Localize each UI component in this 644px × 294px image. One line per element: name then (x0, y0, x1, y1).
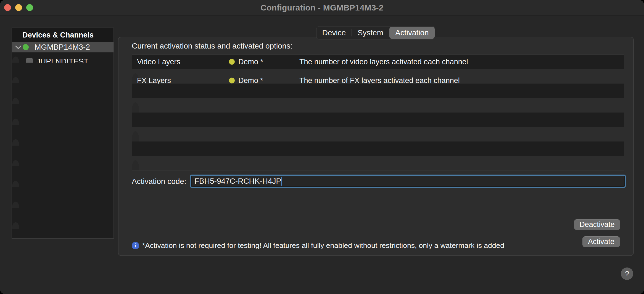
srow-empty-row (12, 125, 114, 135)
deactivate-button-label: Deactivate (579, 220, 615, 229)
option-status: Demo * (238, 58, 263, 66)
chevron-down-icon[interactable] (15, 45, 22, 49)
table-empty-rows (132, 84, 624, 170)
configuration-window: Configuration - MGMBP14M3-2 Devices & Ch… (0, 0, 644, 294)
sidebar-empty-rows (12, 63, 114, 239)
trow-empty-row (132, 84, 624, 98)
activation-code-label: Activation code: (132, 175, 186, 188)
srow-empty-row (12, 166, 114, 177)
srow-empty-row (12, 63, 114, 73)
text-cursor (281, 177, 282, 186)
option-name: Video Layers (137, 58, 180, 66)
trow-empty-row (132, 113, 624, 127)
tab-bar: Device System Activation (316, 26, 435, 39)
activated-options-table: Video Layers Demo * The number of video … (132, 54, 624, 171)
srow-empty-row (12, 83, 114, 94)
activation-code-value: FBH5-947C-RCHK-H4JP (194, 177, 281, 186)
activate-button[interactable]: Activate (582, 236, 620, 247)
activation-code-input[interactable]: FBH5-947C-RCHK-H4JP (190, 175, 626, 188)
option-description: The number of video layers activated eac… (299, 58, 468, 66)
tab-device-label: Device (322, 28, 346, 37)
deactivate-button[interactable]: Deactivate (574, 219, 620, 230)
status-heading: Current activation status and activated … (132, 42, 292, 50)
tab-system[interactable]: System (352, 26, 389, 39)
device-online-status-icon (23, 44, 29, 50)
tab-activation[interactable]: Activation (389, 27, 435, 39)
activation-tab-panel: Current activation status and activated … (118, 37, 634, 256)
srow-empty-row (12, 104, 114, 115)
window-title: Configuration - MGMBP14M3-2 (0, 0, 644, 15)
activation-footnote: i *Activation is not required for testin… (132, 241, 504, 250)
footnote-text: *Activation is not required for testing!… (142, 241, 504, 250)
srow-empty-row (12, 229, 114, 239)
sidebar-header: Devices & Channels (12, 28, 114, 42)
table-row[interactable]: Video Layers Demo * The number of video … (132, 55, 624, 69)
srow-empty-row (12, 187, 114, 197)
tree-row-device[interactable]: MGMBP14M3-2 (12, 42, 114, 52)
demo-status-icon (229, 59, 235, 65)
activation-code-row: Activation code: FBH5-947C-RCHK-H4JP (118, 175, 633, 188)
tab-activation-label: Activation (395, 28, 429, 37)
srow-empty-row (12, 208, 114, 218)
trow-empty-row (132, 141, 624, 156)
trow-empty-row (132, 160, 139, 171)
info-icon: i (132, 242, 139, 249)
help-button[interactable]: ? (621, 268, 633, 280)
device-name-label: MGMBP14M3-2 (35, 43, 90, 52)
demo-status-icon (229, 77, 235, 83)
tab-device[interactable]: Device (316, 26, 352, 39)
tab-system-label: System (358, 28, 383, 37)
title-bar: Configuration - MGMBP14M3-2 (0, 0, 644, 16)
srow-empty-row (12, 146, 114, 156)
activate-button-label: Activate (588, 237, 614, 246)
devices-channels-panel: Devices & Channels MGMBP14M3-2 JUPLNDITE… (12, 28, 114, 239)
